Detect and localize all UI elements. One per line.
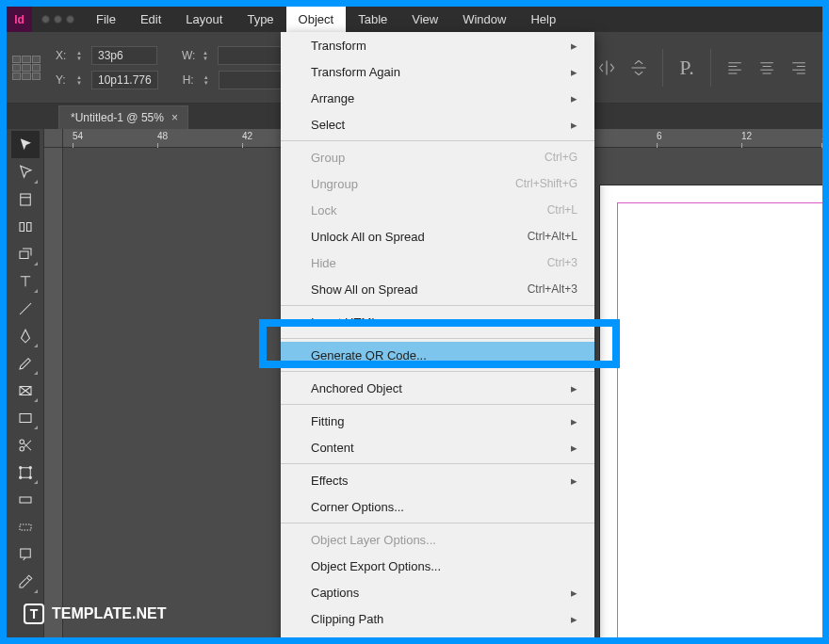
menu-item-label: Group: [311, 151, 345, 165]
svg-rect-0: [20, 194, 30, 205]
x-label: X:: [56, 49, 71, 62]
menu-item-captions[interactable]: Captions▸: [281, 579, 594, 605]
menu-help[interactable]: Help: [518, 7, 568, 32]
h-stepper[interactable]: ▲▼: [203, 74, 209, 86]
menu-shortcut: Ctrl+Alt+L: [528, 230, 577, 243]
ruler-tick: 42: [242, 129, 252, 148]
menu-item-transform-again[interactable]: Transform Again▸: [281, 58, 594, 85]
menu-item-show-all-on-spread[interactable]: Show All on SpreadCtrl+Alt+3: [281, 276, 594, 302]
content-collector-tool[interactable]: [11, 240, 40, 267]
watermark: T TEMPLATE.NET: [24, 604, 166, 624]
menu-item-effects[interactable]: Effects▸: [281, 467, 594, 493]
gradient-feather-tool[interactable]: [11, 513, 40, 540]
submenu-arrow-icon: ▸: [571, 414, 577, 428]
ruler-tick: 48: [157, 129, 168, 148]
selection-tool[interactable]: [11, 131, 40, 158]
menu-shortcut: Ctrl+Alt+3: [528, 282, 577, 296]
x-stepper[interactable]: ▲▼: [76, 50, 82, 61]
align-right-icon[interactable]: [787, 56, 811, 80]
menu-item-anchored-object[interactable]: Anchored Object▸: [281, 375, 594, 401]
menu-item-label: Lock: [311, 203, 336, 217]
svg-point-6: [19, 466, 21, 468]
submenu-arrow-icon: ▸: [571, 612, 577, 626]
free-transform-tool[interactable]: [11, 459, 40, 486]
menu-item-select[interactable]: Select▸: [281, 111, 594, 137]
note-tool[interactable]: [11, 540, 40, 568]
menu-layout[interactable]: Layout: [173, 7, 235, 32]
submenu-arrow-icon: ▸: [571, 586, 577, 600]
menu-item-label: Insert HTML...: [311, 315, 388, 330]
close-tab-icon[interactable]: ×: [171, 111, 178, 124]
menu-item-content[interactable]: Content▸: [281, 434, 594, 460]
menu-item-clipping-path[interactable]: Clipping Path▸: [281, 605, 594, 632]
ruler-origin[interactable]: [44, 129, 63, 148]
align-center-icon[interactable]: [755, 56, 779, 80]
menu-object[interactable]: Object: [286, 7, 347, 32]
menu-file[interactable]: File: [84, 7, 128, 32]
menu-item-insert-html[interactable]: Insert HTML...: [281, 309, 594, 335]
svg-rect-10: [20, 497, 31, 503]
menu-edit[interactable]: Edit: [128, 7, 173, 32]
rectangle-frame-tool[interactable]: [11, 377, 40, 404]
line-tool[interactable]: [11, 295, 40, 322]
menu-view[interactable]: View: [399, 7, 450, 32]
w-label: W:: [182, 49, 197, 62]
menu-item-arrange[interactable]: Arrange▸: [281, 85, 594, 111]
scissors-tool[interactable]: [11, 431, 40, 459]
ruler-tick: 12: [741, 129, 752, 148]
watermark-text: TEMPLATE.NET: [52, 605, 166, 622]
h-label: H:: [183, 73, 198, 87]
submenu-arrow-icon: ▸: [571, 91, 577, 105]
menu-item-label: Content: [311, 441, 354, 455]
document-tab[interactable]: *Untitled-1 @ 55% ×: [58, 105, 188, 129]
page-margin-guide: [617, 202, 822, 637]
tab-title: *Untitled-1 @ 55%: [71, 111, 164, 124]
menu-item-corner-options[interactable]: Corner Options...: [281, 493, 594, 520]
menu-item-label: Ungroup: [311, 177, 358, 191]
menu-type[interactable]: Type: [235, 7, 285, 32]
menu-table[interactable]: Table: [346, 7, 399, 32]
submenu-arrow-icon: ▸: [571, 65, 577, 79]
type-tool[interactable]: [11, 267, 40, 295]
menu-item-object-export-options[interactable]: Object Export Options...: [281, 553, 594, 579]
window-controls[interactable]: [32, 7, 84, 32]
menu-item-fitting[interactable]: Fitting▸: [281, 408, 594, 434]
menu-window[interactable]: Window: [450, 7, 518, 32]
menu-item-generate-qr-code[interactable]: Generate QR Code...: [281, 342, 594, 368]
menu-item-transform[interactable]: Transform▸: [281, 32, 594, 58]
h-field[interactable]: [219, 71, 284, 89]
menu-item-label: Effects: [311, 474, 349, 488]
svg-point-7: [29, 466, 31, 468]
pen-tool[interactable]: [11, 322, 40, 349]
submenu-arrow-icon: ▸: [571, 118, 577, 132]
gradient-swatch-tool[interactable]: [11, 486, 40, 513]
y-stepper[interactable]: ▲▼: [76, 74, 82, 86]
x-field[interactable]: 33p6: [91, 46, 157, 65]
w-field[interactable]: [218, 46, 284, 65]
menu-item-label: Object Export Options...: [311, 559, 441, 573]
svg-point-3: [20, 440, 24, 444]
direct-selection-tool[interactable]: [11, 158, 40, 185]
menu-item-unlock-all-on-spread[interactable]: Unlock All on SpreadCtrl+Alt+L: [281, 223, 594, 250]
rectangle-tool[interactable]: [11, 404, 40, 431]
menu-item-label: Arrange: [311, 91, 354, 105]
menu-shortcut: Ctrl+L: [547, 203, 577, 217]
svg-point-8: [19, 476, 21, 478]
flip-horizontal-icon[interactable]: [594, 56, 619, 80]
pencil-tool[interactable]: [11, 349, 40, 377]
page-tool[interactable]: [11, 185, 40, 213]
align-left-icon[interactable]: [723, 56, 747, 80]
gap-tool[interactable]: [11, 213, 40, 240]
menu-shortcut: Ctrl+Shift+G: [515, 177, 577, 190]
y-field[interactable]: 10p11.776: [91, 71, 158, 89]
w-stepper[interactable]: ▲▼: [203, 50, 208, 61]
vertical-ruler[interactable]: [44, 148, 63, 637]
eyedropper-tool[interactable]: [11, 568, 40, 595]
watermark-icon: T: [24, 604, 44, 624]
menu-item-label: Transform: [311, 39, 366, 53]
document-page[interactable]: [600, 185, 822, 637]
menu-item-label: Clipping Path: [311, 612, 383, 626]
flip-vertical-icon[interactable]: [626, 56, 651, 80]
paragraph-style-icon[interactable]: P.: [675, 56, 699, 80]
reference-point-grid[interactable]: [12, 56, 41, 80]
